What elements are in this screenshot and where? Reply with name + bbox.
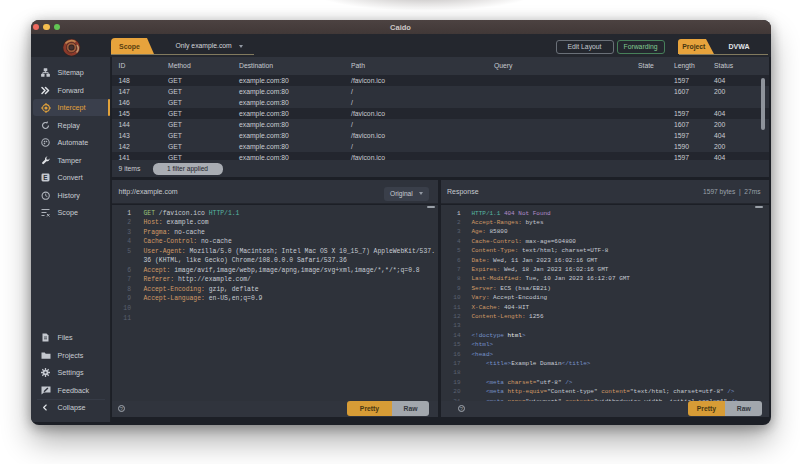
svg-text:E: E bbox=[43, 174, 48, 181]
